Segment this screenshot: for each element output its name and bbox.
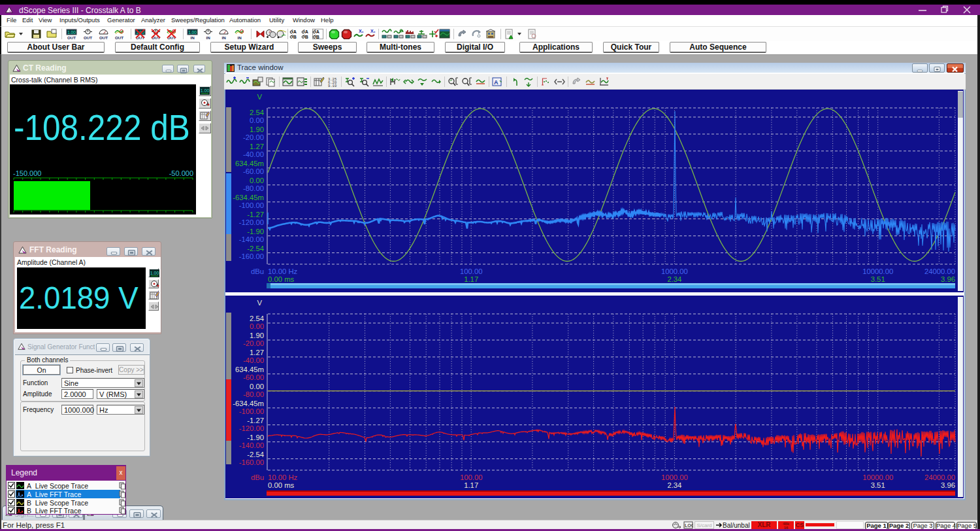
svg-text:IN: IN — [206, 35, 210, 40]
svg-text:1.27: 1.27 — [250, 143, 264, 150]
svg-text:1.00: 1.00 — [150, 271, 159, 275]
svg-text:-80.00: -80.00 — [243, 390, 264, 398]
svg-text:3.51: 3.51 — [871, 481, 885, 489]
svg-text:0.00 ms: 0.00 ms — [268, 481, 295, 489]
svg-text:0.00: 0.00 — [250, 322, 264, 330]
svg-text:IN: IN — [237, 35, 242, 40]
svg-text:dBu: dBu — [251, 473, 264, 481]
svg-text:-120.00: -120.00 — [239, 218, 264, 226]
svg-text:-60.00: -60.00 — [243, 373, 264, 381]
svg-text:634.45m: 634.45m — [235, 160, 264, 167]
svg-text:-2.54: -2.54 — [247, 451, 264, 458]
svg-text:24000.00: 24000.00 — [924, 473, 955, 481]
svg-text:3.51: 3.51 — [871, 275, 885, 283]
svg-text:24000.00: 24000.00 — [924, 267, 955, 275]
svg-text:-40.00: -40.00 — [243, 150, 264, 158]
svg-text:3.96: 3.96 — [941, 481, 955, 489]
svg-text:Χₓ: Χₓ — [359, 29, 364, 33]
svg-text:-140.00: -140.00 — [239, 235, 264, 243]
svg-text:OUT: OUT — [99, 35, 108, 40]
svg-text:°B: °B — [303, 35, 308, 39]
svg-text:1.00: 1.00 — [188, 30, 197, 35]
svg-text:-634.45m: -634.45m — [233, 194, 264, 201]
svg-text:1.17: 1.17 — [464, 481, 478, 489]
svg-text:10.00 Hz: 10.00 Hz — [268, 267, 298, 275]
svg-text:IN: IN — [221, 35, 226, 40]
svg-text:2.34: 2.34 — [667, 275, 681, 283]
svg-text:V: V — [257, 299, 262, 307]
svg-text:-140.00: -140.00 — [239, 441, 264, 449]
svg-text:V: V — [257, 93, 262, 101]
svg-text:-40.00: -40.00 — [243, 356, 264, 364]
svg-text:1000.00: 1000.00 — [661, 473, 688, 481]
svg-text:OUT: OUT — [84, 35, 92, 40]
svg-text:3.96: 3.96 — [941, 275, 955, 283]
svg-text:1.00: 1.00 — [67, 30, 76, 35]
svg-text:A: A — [494, 79, 498, 86]
svg-text:634.45m: 634.45m — [235, 366, 264, 373]
svg-text:1.17: 1.17 — [464, 275, 478, 283]
svg-text:10000.00: 10000.00 — [862, 267, 893, 275]
svg-text:Χₓ: Χₓ — [370, 29, 376, 33]
svg-text:1.90: 1.90 — [250, 332, 264, 339]
svg-text:°B: °B — [314, 35, 319, 39]
svg-text:-100.00: -100.00 — [239, 407, 264, 415]
svg-text:0.00: 0.00 — [250, 177, 264, 184]
svg-text:0.00 ms: 0.00 ms — [268, 275, 295, 283]
svg-text:1.27: 1.27 — [250, 349, 264, 356]
svg-text:10.00 Hz: 10.00 Hz — [268, 473, 298, 481]
svg-text:-60.00: -60.00 — [243, 167, 264, 175]
svg-text:2.54: 2.54 — [250, 315, 264, 322]
svg-text:-20.00: -20.00 — [243, 133, 264, 141]
svg-text:10000.00: 10000.00 — [862, 473, 893, 481]
svg-text:2.34: 2.34 — [667, 481, 681, 489]
svg-text:-1.27: -1.27 — [247, 211, 264, 218]
svg-text:-1.90: -1.90 — [247, 434, 264, 441]
svg-text:LOG: LOG — [685, 523, 693, 528]
svg-text:OUT: OUT — [115, 35, 123, 40]
svg-text:-160.00: -160.00 — [239, 458, 264, 466]
svg-text:-634.45m: -634.45m — [233, 400, 264, 407]
svg-text:-120.00: -120.00 — [239, 424, 264, 432]
svg-text:-20.00: -20.00 — [243, 339, 264, 347]
svg-text:-100.00: -100.00 — [239, 201, 264, 209]
svg-text:1.90: 1.90 — [250, 126, 264, 133]
svg-text:2.54: 2.54 — [250, 109, 264, 116]
svg-text:-1.90: -1.90 — [247, 228, 264, 235]
svg-text:100.00: 100.00 — [460, 473, 483, 481]
svg-text:-160.00: -160.00 — [239, 252, 264, 260]
svg-text:°B: °B — [291, 35, 297, 39]
svg-text:OUT: OUT — [67, 35, 76, 40]
svg-text:9.10: 9.10 — [328, 84, 336, 87]
svg-text:IN: IN — [190, 35, 195, 40]
svg-text:dBu: dBu — [251, 267, 264, 275]
svg-text:0.00: 0.00 — [250, 116, 264, 124]
svg-text:-2.54: -2.54 — [247, 245, 264, 252]
svg-text:-1.27: -1.27 — [247, 417, 264, 424]
svg-text:0.00: 0.00 — [250, 383, 264, 390]
svg-text:-80.00: -80.00 — [243, 184, 264, 192]
svg-text:100.00: 100.00 — [460, 267, 483, 275]
svg-text:1000.00: 1000.00 — [661, 267, 688, 275]
svg-text:1.00: 1.00 — [201, 88, 210, 93]
